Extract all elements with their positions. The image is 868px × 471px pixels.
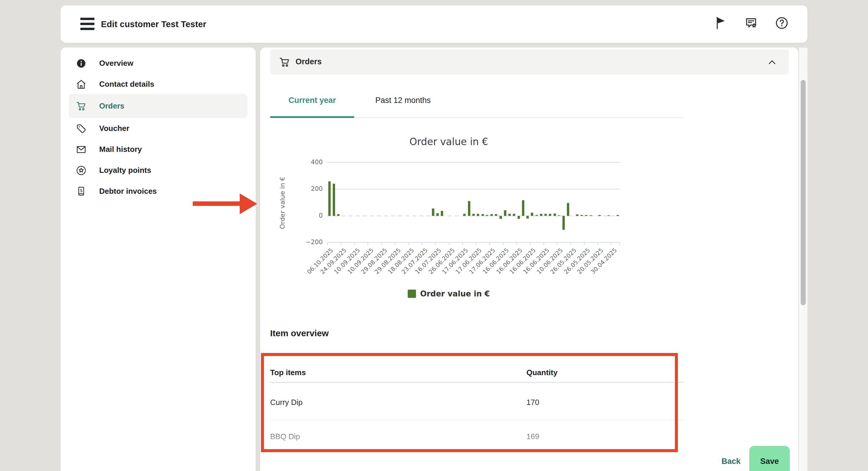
orders-panel-header[interactable]: Orders: [270, 49, 789, 75]
bar: [558, 215, 560, 216]
x-axis-tick: [489, 242, 490, 245]
x-axis-tick: [530, 242, 531, 245]
sidebar-item-debtor-invoices[interactable]: $ Debtor invoices: [69, 181, 247, 202]
gridline: [327, 162, 620, 163]
sidebar-item-overview[interactable]: Overview: [69, 53, 247, 74]
table-row-item: BBQ Dip: [270, 432, 300, 441]
sidebar-item-label: Loyalty points: [99, 166, 151, 175]
bar: [576, 214, 578, 216]
y-axis-tick-label: 400: [299, 159, 323, 166]
cart-icon: [76, 101, 87, 111]
x-axis-tick: [516, 242, 517, 245]
sidebar-item-label: Mail history: [99, 145, 142, 154]
table-divider: [270, 420, 683, 420]
sidebar-item-label: Voucher: [99, 124, 129, 133]
chart-title: Order value in €: [278, 136, 620, 147]
item-overview-heading: Item overview: [270, 328, 329, 338]
legend-swatch: [408, 290, 416, 298]
y-axis-tick-label: 200: [299, 185, 323, 192]
x-axis-tick: [570, 242, 571, 245]
bar: [535, 215, 538, 216]
x-axis-line: [327, 242, 620, 243]
scrollbar-thumb[interactable]: [801, 80, 806, 305]
x-axis-tick: [584, 242, 585, 245]
bar: [337, 214, 340, 215]
x-axis-tick: [408, 242, 409, 245]
x-axis-tick: [597, 242, 598, 245]
annotation-arrow-head: [240, 194, 257, 214]
x-axis-tick: [557, 242, 557, 245]
bar: [598, 215, 601, 216]
hamburger-menu-icon[interactable]: [80, 17, 94, 31]
main-content: Orders Current year Past 12 months Order…: [260, 47, 798, 471]
x-axis-tick: [503, 242, 503, 245]
column-header-quantity: Quantity: [526, 368, 557, 377]
x-axis-tick: [422, 242, 422, 245]
sidebar-item-label: Orders: [99, 101, 124, 111]
x-axis-tick: [341, 242, 341, 245]
sidebar-item-mail-history[interactable]: Mail history: [69, 139, 247, 160]
home-icon: [76, 79, 87, 90]
bar: [545, 214, 547, 215]
bar: [463, 214, 466, 215]
bar: [508, 214, 511, 215]
bar: [562, 216, 565, 230]
table-divider: [270, 382, 683, 383]
bar: [554, 213, 556, 216]
bar: [540, 214, 542, 215]
bar: [500, 216, 502, 219]
bar: [436, 213, 439, 216]
flag-icon[interactable]: [713, 16, 726, 30]
x-axis-tick: [611, 242, 612, 245]
mail-icon: [76, 144, 87, 155]
table-row-quantity: 170: [526, 398, 539, 407]
feedback-message-star-icon[interactable]: [744, 16, 758, 30]
y-axis-title: Order value in €: [279, 123, 286, 282]
y-axis-tick-label: 0: [299, 212, 323, 219]
tab-past-12-months[interactable]: Past 12 months: [354, 89, 452, 117]
tab-divider: [354, 117, 683, 118]
bar: [518, 216, 520, 219]
bar: [513, 214, 515, 216]
orders-panel-title: Orders: [296, 57, 322, 66]
x-axis-tick: [368, 242, 368, 245]
tab-active-indicator: [270, 116, 354, 118]
legend-label: Order value in €: [420, 289, 490, 298]
bar: [581, 215, 583, 216]
sidebar-item-voucher[interactable]: Voucher: [69, 118, 247, 139]
bar: [616, 215, 619, 215]
save-button[interactable]: Save: [749, 446, 790, 471]
table-row-item: Curry Dip: [270, 398, 303, 407]
x-axis-tick: [435, 242, 436, 245]
annotation-arrow: [193, 201, 241, 206]
tag-icon: [76, 123, 87, 134]
column-header-top-items: Top items: [270, 368, 306, 377]
app-header: Edit customer Test Tester: [61, 5, 807, 43]
sidebar: Overview Contact details Orders Voucher …: [61, 47, 256, 471]
bar: [504, 210, 506, 216]
help-icon[interactable]: [775, 16, 788, 30]
gridline: [327, 189, 620, 189]
bar: [477, 214, 479, 215]
tab-current-year[interactable]: Current year: [270, 89, 354, 117]
sidebar-item-contact-details[interactable]: Contact details: [69, 74, 247, 95]
cart-icon: [279, 57, 290, 68]
back-button[interactable]: Back: [715, 454, 747, 469]
sidebar-item-label: Overview: [99, 59, 133, 68]
bar: [549, 214, 551, 216]
sidebar-item-loyalty-points[interactable]: Loyalty points: [69, 160, 247, 181]
bar: [608, 215, 610, 215]
bar: [526, 216, 529, 218]
chart-legend[interactable]: Order value in €: [278, 289, 620, 298]
sidebar-item-orders[interactable]: Orders: [69, 94, 247, 118]
bar: [490, 214, 493, 216]
x-axis-tick: [476, 242, 476, 245]
svg-text:$: $: [80, 188, 83, 193]
x-axis-tick: [354, 242, 355, 245]
bar: [482, 214, 484, 216]
table-row-quantity: 169: [526, 432, 539, 441]
chevron-up-icon[interactable]: [767, 57, 778, 68]
page-title: Edit customer Test Tester: [101, 20, 206, 29]
x-axis-tick: [395, 242, 395, 245]
bar: [531, 213, 533, 215]
